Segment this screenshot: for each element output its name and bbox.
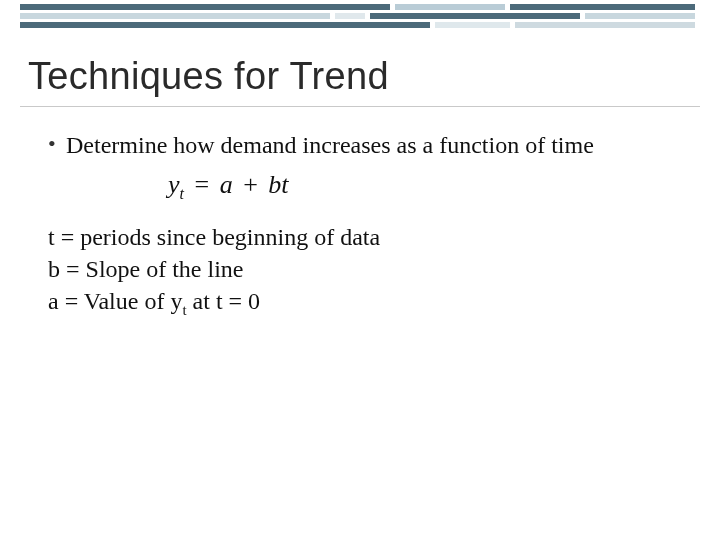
bullet-text: Determine how demand increases as a func… (66, 130, 594, 160)
title-underline (20, 106, 700, 107)
bar-seg (20, 4, 390, 10)
eq-plus: + (239, 170, 262, 199)
eq-b: b (268, 170, 281, 199)
def-t: t = periods since beginning of data (48, 221, 672, 253)
bullet-marker: • (48, 130, 66, 158)
trend-equation: yt = a + bt (168, 170, 672, 203)
eq-lhs-sub: t (180, 185, 184, 202)
def-b: b = Slope of the line (48, 253, 672, 285)
decorative-top-bars (0, 0, 720, 32)
definitions-block: t = periods since beginning of data b = … (48, 221, 672, 326)
eq-lhs-var: y (168, 170, 180, 199)
def-a: a = Value of yt at t = 0 (48, 285, 672, 326)
bar-seg (585, 13, 695, 19)
bar-seg (20, 13, 330, 19)
def-a-pre: a = Value of y (48, 288, 182, 314)
bar-seg (370, 13, 580, 19)
bar-seg (335, 13, 365, 19)
eq-t: t (281, 170, 288, 199)
slide-body: • Determine how demand increases as a fu… (48, 130, 672, 326)
slide-title: Techniques for Trend (28, 55, 692, 98)
eq-a: a (220, 170, 233, 199)
def-a-post: at t = 0 (187, 288, 261, 314)
eq-equals: = (191, 170, 214, 199)
bar-seg (510, 4, 695, 10)
bar-seg (515, 22, 695, 28)
bullet-item: • Determine how demand increases as a fu… (48, 130, 672, 160)
bar-seg (435, 22, 510, 28)
bar-seg (395, 4, 505, 10)
bar-seg (20, 22, 430, 28)
